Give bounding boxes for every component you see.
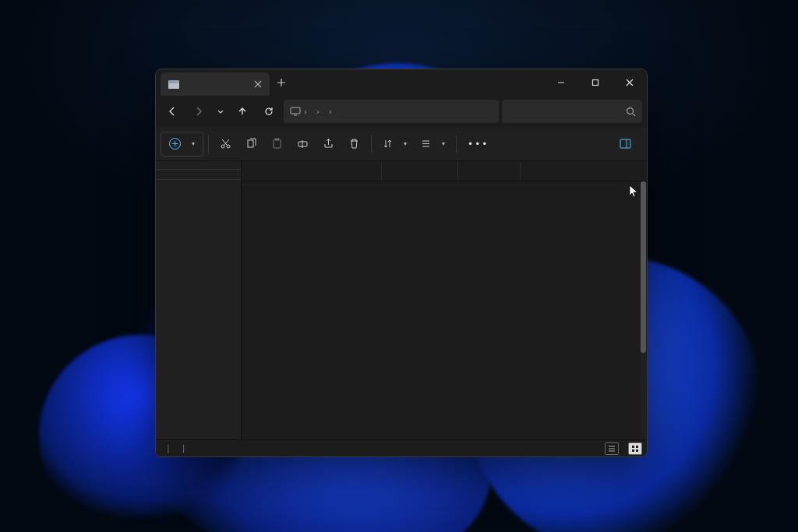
- svg-point-4: [227, 145, 230, 148]
- monitor-icon: [290, 107, 301, 116]
- file-explorer-window: › › › + ▾ ▾: [155, 69, 648, 457]
- paste-button[interactable]: [265, 132, 289, 157]
- titlebar: [156, 69, 647, 96]
- toolbar: + ▾ ▾ ▾ •••: [156, 127, 647, 161]
- search-box[interactable]: [502, 100, 642, 123]
- maximize-button[interactable]: [578, 69, 613, 96]
- drive-icon: [168, 80, 179, 89]
- rename-icon: [297, 138, 309, 150]
- new-tab-button[interactable]: [270, 69, 293, 96]
- chevron-down-icon: ▾: [442, 140, 445, 147]
- sort-icon: [383, 139, 393, 149]
- delete-button[interactable]: [342, 132, 366, 157]
- svg-rect-9: [620, 139, 630, 148]
- more-button[interactable]: •••: [461, 132, 495, 157]
- share-icon: [323, 138, 334, 150]
- view-icon: [421, 139, 431, 149]
- search-icon: [626, 107, 636, 117]
- forward-button[interactable]: [187, 100, 210, 123]
- breadcrumb-root[interactable]: [309, 110, 315, 113]
- recent-locations-button[interactable]: [214, 100, 228, 123]
- svg-rect-12: [632, 449, 634, 452]
- minimize-button[interactable]: [544, 69, 578, 96]
- chevron-right-icon: ›: [329, 107, 332, 116]
- cut-button[interactable]: [214, 132, 238, 157]
- tab-close-button[interactable]: [254, 80, 262, 88]
- sidebar: [156, 161, 242, 439]
- copy-icon: [245, 138, 257, 150]
- column-name[interactable]: [249, 161, 382, 181]
- copy-button[interactable]: [239, 132, 263, 157]
- sort-button[interactable]: ▾: [376, 132, 413, 157]
- breadcrumb-current[interactable]: [321, 110, 327, 113]
- close-button[interactable]: [613, 69, 647, 96]
- chevron-down-icon: ▾: [192, 140, 195, 147]
- refresh-button[interactable]: [257, 100, 281, 123]
- search-input[interactable]: [508, 106, 626, 117]
- trash-icon: [348, 138, 360, 150]
- chevron-down-icon: ▾: [404, 140, 407, 147]
- status-bar: | |: [156, 439, 647, 456]
- up-button[interactable]: [231, 100, 254, 123]
- view-icons-toggle[interactable]: [628, 442, 642, 455]
- plus-circle-icon: +: [169, 138, 181, 150]
- file-list: [242, 161, 647, 439]
- scrollbar-thumb[interactable]: [641, 181, 646, 353]
- details-icon: [620, 139, 631, 149]
- svg-rect-6: [274, 139, 281, 148]
- rename-button[interactable]: [291, 132, 315, 157]
- mouse-cursor: [629, 185, 638, 199]
- svg-rect-10: [632, 446, 634, 448]
- back-button[interactable]: [161, 100, 184, 123]
- svg-point-2: [627, 107, 634, 114]
- column-headers: [242, 161, 647, 181]
- view-button[interactable]: ▾: [415, 132, 451, 157]
- svg-point-3: [221, 145, 224, 148]
- column-size[interactable]: [521, 161, 647, 181]
- share-button[interactable]: [316, 132, 341, 157]
- svg-rect-13: [636, 449, 638, 452]
- paste-icon: [271, 138, 283, 150]
- column-type[interactable]: [458, 161, 521, 181]
- svg-rect-1: [291, 107, 300, 114]
- chevron-right-icon: ›: [304, 107, 307, 116]
- more-icon: •••: [468, 139, 489, 150]
- nav-bar: › › ›: [156, 96, 647, 127]
- svg-rect-11: [636, 446, 638, 448]
- svg-rect-5: [248, 140, 253, 147]
- tab-active[interactable]: [161, 72, 270, 96]
- column-date[interactable]: [382, 161, 458, 181]
- scissors-icon: [220, 138, 231, 150]
- new-button[interactable]: + ▾: [161, 132, 203, 157]
- body: [156, 161, 647, 439]
- chevron-right-icon: ›: [316, 107, 320, 116]
- details-pane-button[interactable]: [613, 132, 642, 157]
- address-bar[interactable]: › › ›: [284, 100, 499, 123]
- svg-rect-0: [593, 80, 598, 86]
- view-details-toggle[interactable]: [605, 442, 619, 455]
